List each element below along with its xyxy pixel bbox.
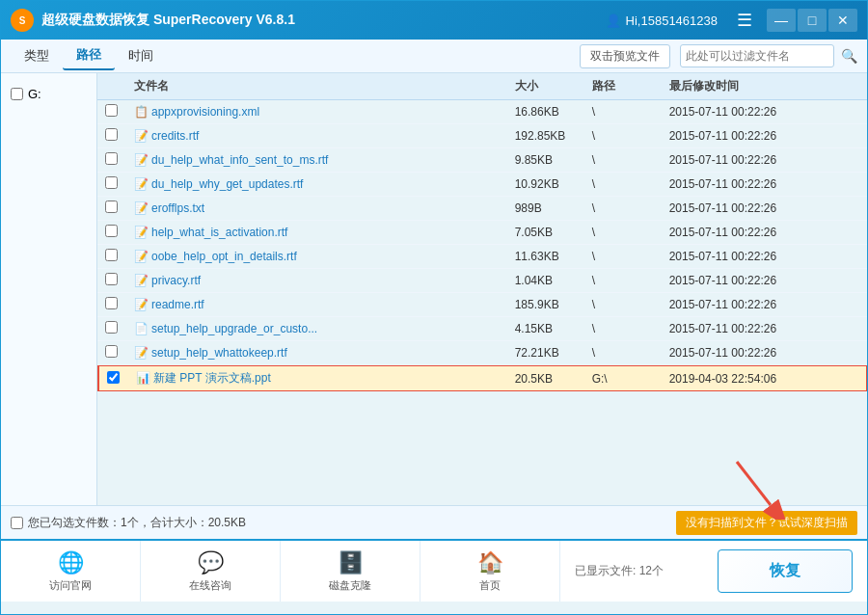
- status-bar: 您已勾选文件数：1个，合计大小：20.5KB 没有扫描到文件？试试深度扫描: [1, 505, 867, 539]
- file-name[interactable]: 📝privacy.rtf: [134, 274, 515, 287]
- file-name[interactable]: 📝erofflps.txt: [134, 201, 515, 215]
- row-checkbox[interactable]: [107, 371, 120, 384]
- file-name[interactable]: 📝help_what_is_activation.rtf: [134, 226, 515, 239]
- file-path: \: [592, 177, 669, 191]
- file-date: 2015-07-11 00:22:26: [669, 105, 859, 119]
- status-checkbox[interactable]: [11, 517, 23, 529]
- menu-bar: 类型 路径 时间 双击预览文件 🔍: [1, 40, 867, 73]
- sidebar-checkbox-g[interactable]: [11, 88, 23, 100]
- file-name[interactable]: 📝setup_help_whattokeep.rtf: [134, 346, 515, 360]
- file-date: 2015-07-11 00:22:26: [669, 153, 859, 167]
- file-date: 2019-04-03 22:54:06: [669, 372, 858, 386]
- close-button[interactable]: ✕: [828, 9, 857, 32]
- row-checkbox[interactable]: [105, 152, 118, 165]
- preview-button[interactable]: 双击预览文件: [580, 44, 670, 68]
- row-checkbox[interactable]: [105, 128, 118, 141]
- recover-button[interactable]: 恢复: [718, 549, 853, 593]
- table-row[interactable]: 📝privacy.rtf1.04KB\2015-07-11 00:22:26: [97, 269, 867, 293]
- row-checkbox[interactable]: [105, 297, 118, 309]
- file-path: \: [592, 201, 669, 215]
- file-size: 185.9KB: [515, 298, 592, 311]
- file-name[interactable]: 📊新建 PPT 演示文稿.ppt: [136, 370, 515, 387]
- app-title: 超级硬盘数据恢复 SuperRecovery V6.8.1: [41, 12, 606, 29]
- row-checkbox[interactable]: [105, 225, 118, 237]
- search-icon[interactable]: 🔍: [841, 48, 857, 64]
- minimize-button[interactable]: —: [767, 9, 796, 32]
- menu-bar-right: 双击预览文件 🔍: [580, 44, 857, 68]
- table-row[interactable]: 📝oobe_help_opt_in_details.rtf11.63KB\201…: [97, 245, 867, 269]
- table-row[interactable]: 📄setup_help_upgrade_or_custo...4.15KB\20…: [97, 317, 867, 341]
- file-path: \: [592, 226, 669, 239]
- row-checkbox[interactable]: [105, 176, 118, 189]
- file-size: 989B: [515, 201, 592, 215]
- file-date: 2015-07-11 00:22:26: [669, 322, 859, 335]
- table-row[interactable]: 📋appxprovisioning.xml16.86KB\2015-07-11 …: [97, 100, 867, 124]
- col-date: 最后修改时间: [669, 78, 859, 94]
- tab-path[interactable]: 路径: [63, 41, 115, 70]
- main-area: G: 文件名 大小 路径 最后修改时间 📋appxprovisioning.xm…: [1, 73, 867, 505]
- file-size: 7.05KB: [515, 226, 592, 239]
- file-path: \: [592, 298, 669, 311]
- user-info: 👤 Hi,15851461238: [606, 13, 718, 28]
- file-size: 4.15KB: [515, 322, 592, 335]
- file-date: 2015-07-11 00:22:26: [669, 226, 859, 239]
- row-checkbox[interactable]: [105, 273, 118, 285]
- table-row[interactable]: 📝du_help_what_info_sent_to_ms.rtf9.85KB\…: [97, 148, 867, 173]
- file-name[interactable]: 📝credits.rtf: [134, 129, 515, 143]
- file-date: 2015-07-11 00:22:26: [669, 274, 859, 287]
- table-body: 📋appxprovisioning.xml16.86KB\2015-07-11 …: [97, 100, 867, 505]
- maximize-button[interactable]: □: [798, 9, 827, 32]
- tab-time[interactable]: 时间: [115, 42, 167, 69]
- sidebar-item-g[interactable]: G:: [6, 83, 92, 105]
- file-path: \: [592, 322, 669, 335]
- table-header: 文件名 大小 路径 最后修改时间: [97, 73, 867, 100]
- bottom-item-clone[interactable]: 🗄️ 磁盘克隆: [281, 541, 420, 602]
- table-row[interactable]: 📝credits.rtf192.85KB\2015-07-11 00:22:26: [97, 124, 867, 148]
- col-checkbox: [105, 78, 134, 94]
- user-icon: 👤: [606, 13, 621, 28]
- col-path: 路径: [592, 78, 669, 94]
- svg-text:S: S: [19, 15, 26, 26]
- col-filename: 文件名: [134, 78, 515, 94]
- file-name[interactable]: 📝du_help_what_info_sent_to_ms.rtf: [134, 153, 515, 167]
- row-checkbox[interactable]: [105, 321, 118, 334]
- file-area: 文件名 大小 路径 最后修改时间 📋appxprovisioning.xml16…: [97, 73, 867, 505]
- clone-label: 磁盘克隆: [329, 578, 371, 593]
- no-file-tip[interactable]: 没有扫描到文件？试试深度扫描: [676, 511, 857, 535]
- table-row[interactable]: 📝du_help_why_get_updates.rtf10.92KB\2015…: [97, 173, 867, 197]
- file-size: 16.86KB: [515, 105, 592, 119]
- table-row[interactable]: 📝help_what_is_activation.rtf7.05KB\2015-…: [97, 221, 867, 245]
- file-size: 192.85KB: [515, 129, 592, 143]
- file-date: 2015-07-11 00:22:26: [669, 177, 859, 191]
- website-icon: 🌐: [58, 550, 84, 575]
- file-name[interactable]: 📝oobe_help_opt_in_details.rtf: [134, 250, 515, 263]
- table-row[interactable]: 📝erofflps.txt989B\2015-07-11 00:22:26: [97, 197, 867, 221]
- row-checkbox[interactable]: [105, 201, 118, 213]
- row-checkbox[interactable]: [105, 345, 118, 358]
- table-row[interactable]: 📝readme.rtf185.9KB\2015-07-11 00:22:26: [97, 293, 867, 317]
- tab-type[interactable]: 类型: [11, 42, 63, 69]
- file-date: 2015-07-11 00:22:26: [669, 201, 859, 215]
- file-size: 20.5KB: [515, 372, 592, 386]
- filter-input[interactable]: [680, 44, 834, 67]
- clone-icon: 🗄️: [338, 550, 364, 575]
- bottom-item-website[interactable]: 🌐 访问官网: [1, 541, 141, 602]
- file-size: 11.63KB: [515, 250, 592, 263]
- row-checkbox[interactable]: [105, 249, 118, 261]
- file-name[interactable]: 📋appxprovisioning.xml: [134, 105, 515, 119]
- consult-icon: 💬: [198, 550, 224, 575]
- status-label: 您已勾选文件数：1个，合计大小：20.5KB: [28, 515, 246, 531]
- row-checkbox[interactable]: [105, 104, 118, 117]
- file-name[interactable]: 📝readme.rtf: [134, 298, 515, 311]
- file-name[interactable]: 📝du_help_why_get_updates.rtf: [134, 177, 515, 191]
- file-path: G:\: [592, 372, 669, 386]
- bottom-item-home[interactable]: 🏠 首页: [420, 541, 560, 602]
- file-name[interactable]: 📄setup_help_upgrade_or_custo...: [134, 322, 515, 335]
- file-size: 9.85KB: [515, 153, 592, 167]
- table-row[interactable]: 📝setup_help_whattokeep.rtf72.21KB\2015-0…: [97, 341, 867, 365]
- file-date: 2015-07-11 00:22:26: [669, 346, 859, 360]
- menu-icon[interactable]: ☰: [737, 10, 752, 31]
- file-size: 72.21KB: [515, 346, 592, 360]
- table-row[interactable]: 📊新建 PPT 演示文稿.ppt20.5KBG:\2019-04-03 22:5…: [97, 365, 867, 391]
- bottom-item-consult[interactable]: 💬 在线咨询: [141, 541, 281, 602]
